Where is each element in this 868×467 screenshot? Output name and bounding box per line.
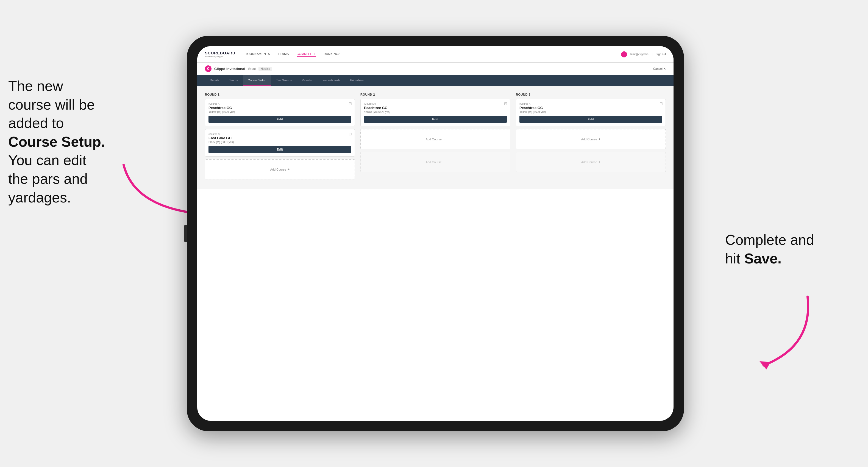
nav-brand: SCOREBOARD Powered by clippd (205, 51, 236, 58)
round-1-course-a-name: Peachtree GC (209, 106, 351, 110)
nav-right: blair@clippd.io | Sign out (621, 51, 666, 57)
round-2-course-a-name: Peachtree GC (364, 106, 507, 110)
round-2-title: Round 2 (361, 93, 510, 96)
round-3-column: Round 3 (Course A) Peachtree GC Yellow (… (516, 93, 666, 182)
tab-printables[interactable]: Printables (345, 75, 369, 86)
tablet-frame: SCOREBOARD Powered by clippd TOURNAMENTS… (187, 36, 684, 431)
annotation-line7: yardages. (8, 190, 71, 206)
breadcrumb-logo: C (205, 65, 212, 72)
user-email: blair@clippd.io (630, 53, 649, 56)
nav-brand-title: SCOREBOARD (205, 51, 236, 55)
round-3-course-a-delete-icon[interactable]: ⊡ (659, 101, 663, 106)
annotation-line2: course will be (8, 97, 95, 113)
tab-teams[interactable]: Teams (224, 75, 243, 86)
round-2-course-a-edit-button[interactable]: Edit (364, 116, 507, 123)
sign-out-link[interactable]: Sign out (656, 53, 666, 56)
round-1-add-course-label: Add Course (270, 168, 286, 171)
annotation-line1: The new (8, 78, 63, 94)
annotation-right-line2: hit (725, 251, 744, 267)
round-3-add-course-disabled-label: Add Course (581, 160, 597, 164)
round-2-add-course-label: Add Course (426, 137, 442, 141)
round-3-title: Round 3 (516, 93, 666, 96)
avatar (621, 51, 627, 57)
round-3-add-course-plus-icon: + (598, 137, 601, 141)
round-2-course-a-delete-icon[interactable]: ⊡ (504, 101, 507, 106)
tab-results[interactable]: Results (297, 75, 317, 86)
tab-bar: Details Teams Course Setup Tee Groups Re… (197, 75, 674, 86)
round-1-course-a-detail: Yellow (M) (6629 yds) (209, 111, 351, 114)
round-1-course-b-detail: Black (M) (6891 yds) (209, 141, 351, 144)
round-1-course-b-edit-button[interactable]: Edit (209, 146, 351, 153)
tab-leaderboards[interactable]: Leaderboards (317, 75, 345, 86)
breadcrumb-status: Hosting (258, 67, 272, 71)
round-3-course-a-detail: Yellow (M) (6629 yds) (520, 111, 662, 114)
nav-link-tournaments[interactable]: TOURNAMENTS (245, 52, 270, 57)
round-3-add-course-disabled-plus-icon: + (598, 160, 601, 164)
annotation-line3: added to (8, 115, 64, 131)
cancel-button[interactable]: Cancel ✕ (653, 67, 666, 71)
svg-marker-1 (760, 361, 771, 370)
annotation-bold: Course Setup. (8, 134, 105, 150)
round-1-course-b-delete-icon[interactable]: ⊡ (348, 132, 352, 136)
annotation-line5: You can edit (8, 152, 86, 168)
nav-link-rankings[interactable]: RANKINGS (323, 52, 340, 57)
round-1-course-b-label: (Course B) (209, 133, 351, 135)
annotation-line6: the pars and (8, 171, 88, 187)
round-1-course-a-card: (Course A) Peachtree GC Yellow (M) (6629… (205, 99, 355, 126)
breadcrumb-bar: C Clippd Invitational (Men) Hosting Canc… (197, 63, 674, 75)
round-3-add-course-disabled: Add Course + (516, 152, 666, 172)
round-3-add-course-label: Add Course (581, 137, 597, 141)
round-3-course-a-label: (Course A) (520, 102, 662, 105)
round-1-course-b-name: East Lake GC (209, 136, 351, 140)
round-2-course-a-label: (Course A) (364, 102, 507, 105)
arrow-right-icon (736, 291, 818, 374)
round-2-add-course-disabled-label: Add Course (426, 160, 442, 164)
round-1-column: Round 1 (Course A) Peachtree GC Yellow (… (205, 93, 355, 182)
round-3-course-a-edit-button[interactable]: Edit (520, 116, 662, 123)
round-2-column: Round 2 (Course A) Peachtree GC Yellow (… (361, 93, 510, 182)
tab-details[interactable]: Details (205, 75, 224, 86)
breadcrumb-title: Clippd Invitational (214, 67, 245, 71)
round-1-add-course-button[interactable]: Add Course + (205, 159, 355, 179)
rounds-container: Round 1 (Course A) Peachtree GC Yellow (… (205, 93, 666, 182)
annotation-right-line1: Complete and (725, 232, 814, 248)
breadcrumb-left: C Clippd Invitational (Men) Hosting (205, 65, 272, 72)
round-1-course-a-edit-button[interactable]: Edit (209, 116, 351, 123)
round-3-course-a-card: (Course A) Peachtree GC Yellow (M) (6629… (516, 99, 666, 126)
tablet-side-button (184, 225, 187, 242)
round-2-add-course-disabled: Add Course + (361, 152, 510, 172)
round-2-course-a-detail: Yellow (M) (6629 yds) (364, 111, 507, 114)
round-1-course-b-card: (Course B) East Lake GC Black (M) (6891 … (205, 129, 355, 157)
nav-brand-subtitle: Powered by clippd (205, 55, 236, 58)
round-1-course-a-delete-icon[interactable]: ⊡ (348, 101, 352, 106)
nav-links: TOURNAMENTS TEAMS COMMITTEE RANKINGS (245, 52, 621, 57)
round-2-add-course-disabled-plus-icon: + (443, 160, 445, 164)
breadcrumb-gender: (Men) (248, 67, 256, 70)
round-2-course-a-card: (Course A) Peachtree GC Yellow (M) (6629… (361, 99, 510, 126)
nav-link-teams[interactable]: TEAMS (278, 52, 289, 57)
tablet-screen: SCOREBOARD Powered by clippd TOURNAMENTS… (197, 46, 674, 421)
annotation-right: Complete and hit Save. (725, 231, 851, 268)
nav-link-committee[interactable]: COMMITTEE (297, 52, 316, 57)
round-3-add-course-button[interactable]: Add Course + (516, 129, 666, 149)
round-3-course-a-name: Peachtree GC (520, 106, 662, 110)
round-1-title: Round 1 (205, 93, 355, 96)
round-1-add-course-plus-icon: + (288, 167, 290, 172)
main-content: Round 1 (Course A) Peachtree GC Yellow (… (197, 86, 674, 189)
round-2-add-course-button[interactable]: Add Course + (361, 129, 510, 149)
tab-course-setup[interactable]: Course Setup (243, 75, 271, 86)
round-2-add-course-plus-icon: + (443, 137, 445, 141)
round-1-course-a-label: (Course A) (209, 102, 351, 105)
nav-bar: SCOREBOARD Powered by clippd TOURNAMENTS… (197, 46, 674, 63)
tab-tee-groups[interactable]: Tee Groups (271, 75, 297, 86)
annotation-right-bold: Save. (744, 251, 781, 267)
